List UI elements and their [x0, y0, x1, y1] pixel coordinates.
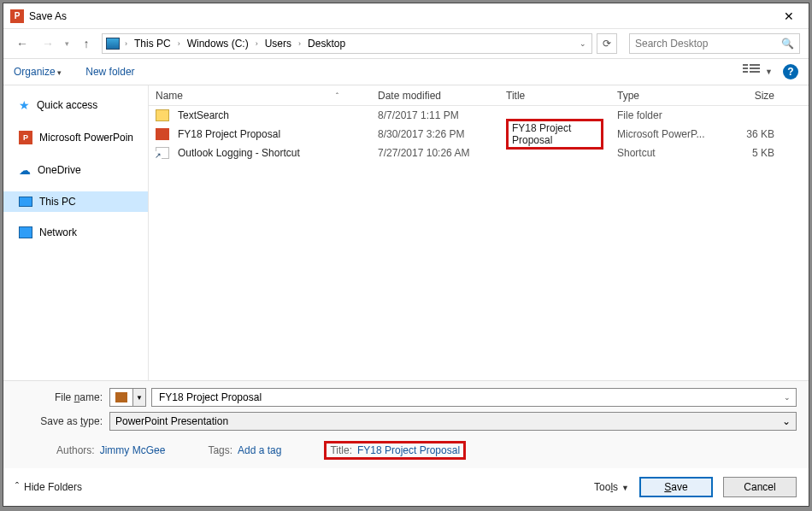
file-row[interactable]: Outlook Logging - Shortcut 7/27/2017 10:…	[149, 144, 809, 162]
body: ★ Quick access P Microsoft PowerPoin ☁ O…	[3, 85, 809, 380]
title-meta-highlight: Title: FY18 Project Proposal	[324, 441, 466, 460]
breadcrumb-segment[interactable]: Windows (C:)	[184, 36, 252, 51]
tools-menu[interactable]: Tools▼	[594, 481, 629, 493]
hide-folders-button[interactable]: ˆ Hide Folders	[15, 481, 82, 493]
forward-button[interactable]: →	[38, 33, 58, 54]
chevron-right-icon: ›	[297, 39, 303, 48]
refresh-button[interactable]: ⟳	[597, 33, 617, 54]
help-button[interactable]: ?	[783, 64, 798, 79]
filename-input[interactable]: ⌄	[151, 388, 797, 407]
new-folder-button[interactable]: New folder	[85, 66, 134, 78]
save-button[interactable]: Save	[639, 477, 713, 497]
nav-this-pc[interactable]: This PC	[3, 191, 148, 212]
file-row[interactable]: TextSearch 8/7/2017 1:11 PM File folder	[149, 106, 809, 125]
pc-icon	[106, 38, 120, 50]
footer-bar: ˆ Hide Folders Tools▼ Save Cancel	[3, 468, 809, 506]
chevron-down-icon: ⌄	[782, 415, 791, 427]
filename-text[interactable]	[157, 391, 784, 404]
recent-locations-dropdown[interactable]: ▾	[63, 39, 71, 48]
file-type: File folder	[610, 109, 713, 121]
chevron-up-icon: ˆ	[15, 481, 19, 493]
metadata-row: Authors: Jimmy McGee Tags: Add a tag Tit…	[15, 436, 797, 460]
monitor-icon	[19, 197, 32, 207]
search-input[interactable]: Search Desktop 🔍	[629, 33, 800, 54]
title-label: Title:	[330, 444, 352, 456]
hide-folders-label: Hide Folders	[24, 481, 82, 493]
savetype-label: Save as type:	[15, 415, 109, 427]
file-size: 5 KB	[713, 147, 781, 159]
nav-network[interactable]: Network	[3, 222, 148, 243]
file-name: FY18 Project Proposal	[178, 128, 280, 140]
file-type: Microsoft PowerP...	[610, 128, 713, 140]
breadcrumb-segment[interactable]: Desktop	[304, 36, 349, 51]
filetype-icon-box[interactable]	[109, 388, 133, 407]
ppt-icon	[156, 128, 169, 140]
nav-quick-access[interactable]: ★ Quick access	[3, 94, 148, 116]
star-icon: ★	[19, 98, 30, 112]
file-name: Outlook Logging - Shortcut	[178, 147, 300, 159]
breadcrumb-segment[interactable]: This PC	[131, 36, 174, 51]
chevron-right-icon: ›	[254, 39, 260, 48]
chevron-right-icon: ›	[123, 39, 129, 48]
window-title: Save As	[29, 10, 769, 22]
file-name: TextSearch	[178, 109, 229, 121]
col-header-name[interactable]: Name ˆ	[149, 90, 371, 102]
nav-onedrive[interactable]: ☁ OneDrive	[3, 159, 148, 181]
nav-powerpoint[interactable]: P Microsoft PowerPoin	[3, 126, 148, 149]
authors-value[interactable]: Jimmy McGee	[100, 444, 166, 456]
file-row[interactable]: FY18 Project Proposal 8/30/2017 3:26 PM …	[149, 125, 809, 144]
cancel-button[interactable]: Cancel	[723, 477, 797, 497]
briefcase-icon	[115, 392, 127, 402]
chevron-down-icon[interactable]: ⌄	[784, 393, 791, 402]
navigation-pane: ★ Quick access P Microsoft PowerPoin ☁ O…	[3, 85, 149, 380]
title-cell-highlight: FY18 Project Proposal	[506, 119, 603, 150]
tags-value[interactable]: Add a tag	[238, 444, 281, 456]
address-dropdown[interactable]: ⌄	[576, 39, 590, 48]
savetype-value: PowerPoint Presentation	[115, 415, 228, 427]
back-button[interactable]: ←	[12, 33, 32, 54]
chevron-down-icon: ▼	[765, 68, 773, 76]
nav-row: ← → ▾ ↑ › This PC › Windows (C:) › Users…	[3, 29, 809, 58]
breadcrumb-segment[interactable]: Users	[262, 36, 295, 51]
powerpoint-icon: P	[10, 9, 24, 23]
title-value[interactable]: FY18 Project Proposal	[357, 444, 460, 456]
col-header-title[interactable]: Title	[499, 90, 610, 102]
file-title: FY18 Project Proposal	[499, 119, 610, 150]
short-icon	[156, 147, 169, 159]
file-date: 7/27/2017 10:26 AM	[371, 147, 499, 159]
file-date: 8/30/2017 3:26 PM	[371, 128, 499, 140]
savetype-combobox[interactable]: PowerPoint Presentation ⌄	[109, 412, 797, 431]
file-type: Shortcut	[610, 147, 713, 159]
address-bar[interactable]: › This PC › Windows (C:) › Users › Deskt…	[102, 33, 592, 54]
close-button[interactable]: ✕	[769, 3, 809, 29]
up-button[interactable]: ↑	[76, 33, 97, 54]
col-header-type[interactable]: Type	[610, 90, 713, 102]
view-icon	[743, 64, 762, 79]
view-options-button[interactable]: ▼	[743, 64, 773, 79]
arrow-left-icon: ←	[16, 37, 28, 50]
nav-label: OneDrive	[38, 164, 81, 176]
bottom-panel: File name: ▼ ⌄ Save as type: PowerPoint …	[3, 380, 809, 468]
close-icon: ✕	[784, 9, 794, 23]
file-size: 36 KB	[713, 128, 781, 140]
sort-asc-icon: ˆ	[336, 91, 338, 100]
toolbar: Organize New folder ▼ ?	[3, 58, 809, 85]
search-icon: 🔍	[781, 38, 794, 50]
col-header-date[interactable]: Date modified	[371, 90, 499, 102]
powerpoint-icon: P	[19, 131, 32, 144]
arrow-up-icon: ↑	[84, 37, 90, 50]
col-label: Name	[156, 90, 183, 102]
file-rows: TextSearch 8/7/2017 1:11 PM File folder …	[149, 106, 809, 380]
col-header-size[interactable]: Size	[713, 90, 781, 102]
organize-menu[interactable]: Organize	[14, 66, 62, 78]
chevron-right-icon: ›	[176, 39, 182, 48]
folder-icon	[156, 109, 169, 121]
filetype-icon-dropdown[interactable]: ▼	[132, 388, 146, 407]
authors-label: Authors:	[56, 444, 95, 456]
file-list-area: Name ˆ Date modified Title Type Size Tex…	[149, 85, 809, 380]
tags-label: Tags:	[208, 444, 232, 456]
nav-label: Network	[39, 226, 77, 238]
search-placeholder: Search Desktop	[635, 38, 708, 50]
filename-label: File name:	[15, 391, 109, 403]
file-date: 8/7/2017 1:11 PM	[371, 109, 499, 121]
